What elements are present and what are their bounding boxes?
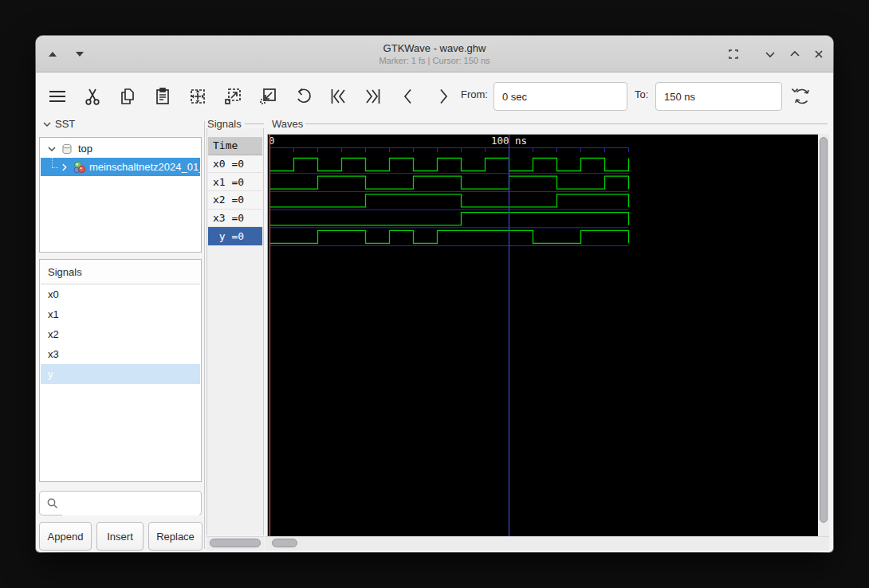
list-item-x1[interactable]: x1 (41, 304, 200, 324)
tree-item-label: meinschaltnetz2024_01_ (89, 161, 200, 173)
paste-button[interactable] (149, 84, 176, 109)
signals-list-header: Signals (41, 261, 200, 284)
frame-line (305, 123, 828, 124)
chevron-down-icon (42, 120, 52, 129)
close-button[interactable] (810, 47, 828, 61)
undo-icon (293, 86, 313, 107)
expander-open-icon (47, 144, 57, 154)
zoom-in-button[interactable] (219, 84, 246, 109)
names-hscrollbar-thumb[interactable] (210, 539, 261, 547)
cut-button[interactable] (79, 84, 106, 109)
sst-label: SST (55, 118, 75, 130)
titlebar[interactable]: GTKWave - wave.ghw Marker: 1 fs | Cursor… (36, 36, 833, 73)
module-cylinder-icon (61, 143, 73, 155)
wave-x3 (270, 213, 629, 225)
tree-item-top[interactable]: top (41, 139, 200, 158)
wave-x1 (270, 176, 629, 189)
to-input[interactable] (655, 82, 782, 111)
skip-to-start-button[interactable] (324, 84, 352, 109)
skip-to-end-icon (363, 86, 383, 107)
tree-guide-line (52, 167, 58, 168)
list-item-x2[interactable]: x2 (41, 324, 200, 344)
menu-icon (46, 86, 69, 107)
minimize-icon (764, 48, 777, 61)
signal-row-x3[interactable]: x3 =0 (208, 210, 262, 228)
list-item-x0[interactable]: x0 (41, 284, 200, 304)
tree-guide-line (52, 158, 53, 167)
from-label: From: (461, 88, 488, 100)
waveform-plot: 0100 ns (268, 135, 818, 536)
to-label: To: (635, 88, 648, 100)
paste-icon (152, 86, 173, 107)
zoom-fit-button[interactable] (184, 84, 211, 109)
zoom-out-icon (258, 86, 278, 107)
wave-x0 (270, 159, 629, 171)
copy-icon (117, 86, 138, 107)
append-button[interactable]: Append (39, 522, 92, 551)
cut-icon (82, 86, 103, 107)
list-item-y[interactable]: y (41, 364, 200, 384)
sst-tree: top meinschaltnetz2024_01_ (39, 137, 202, 253)
reload-button[interactable] (788, 84, 816, 109)
middle-frame-label: Signals (207, 118, 242, 130)
signal-row-x0[interactable]: x0 =0 (208, 155, 262, 174)
waves-frame-label: Waves (272, 118, 303, 130)
fullscreen-button[interactable] (725, 47, 742, 61)
maximize-button[interactable] (786, 47, 804, 61)
time-header: Time (208, 137, 262, 155)
toolbar: From: To: (36, 73, 833, 121)
signal-row-x1[interactable]: x1 =0 (208, 173, 262, 191)
skip-to-end-button[interactable] (360, 84, 387, 109)
list-item-x3[interactable]: x3 (41, 344, 200, 364)
window-title: GTKWave - wave.ghw (36, 42, 833, 54)
step-right-icon (433, 86, 454, 107)
fullscreen-icon (726, 47, 741, 61)
waves-hscrollbar-track[interactable] (265, 536, 829, 551)
wave-y (270, 230, 629, 243)
replace-button[interactable]: Replace (148, 522, 203, 551)
insert-button[interactable]: Insert (96, 522, 144, 551)
signals-list-panel: Signals x0 x1 x2 x3 y (39, 259, 202, 482)
step-right-button[interactable] (430, 84, 457, 109)
wave-x2 (270, 194, 629, 207)
zoom-fit-icon (187, 86, 208, 107)
undo-button[interactable] (289, 84, 317, 109)
pane-divider[interactable] (204, 121, 205, 549)
from-input[interactable] (493, 82, 627, 111)
window-subtitle: Marker: 1 fs | Cursor: 150 ns (36, 56, 833, 65)
zoom-in-icon (222, 86, 243, 107)
search-input[interactable] (62, 492, 199, 515)
signal-row-x2[interactable]: x2 =0 (208, 191, 262, 210)
waves-hscrollbar-thumb[interactable] (272, 539, 297, 547)
minimize-button[interactable] (761, 47, 779, 61)
copy-button[interactable] (114, 84, 141, 109)
step-left-icon (398, 86, 419, 107)
zoom-out-button[interactable] (254, 84, 281, 109)
reload-icon (791, 85, 813, 108)
tree-item-meinschaltnetz[interactable]: meinschaltnetz2024_01_ (41, 158, 200, 176)
maximize-icon (788, 48, 801, 61)
frame-line (245, 123, 264, 124)
waves-vscrollbar-thumb[interactable] (820, 137, 828, 523)
close-icon (812, 48, 825, 61)
tree-item-label: top (78, 143, 92, 155)
wave-canvas[interactable]: 0100 ns (267, 134, 819, 537)
signal-name-rows: Time x0 =0 x1 =0 x2 =0 x3 =0 y =0 (208, 137, 262, 245)
design-unit-icon (73, 160, 86, 174)
sst-expander[interactable]: SST (42, 118, 75, 130)
step-left-button[interactable] (395, 84, 422, 109)
search-icon (46, 497, 59, 510)
skip-to-start-icon (328, 86, 348, 107)
signal-row-y[interactable]: y =0 (208, 227, 262, 245)
expander-closed-icon (60, 163, 69, 172)
gtkwave-window: GTKWave - wave.ghw Marker: 1 fs | Cursor… (36, 36, 833, 552)
menu-button[interactable] (44, 84, 71, 109)
signal-search-box (39, 491, 202, 515)
